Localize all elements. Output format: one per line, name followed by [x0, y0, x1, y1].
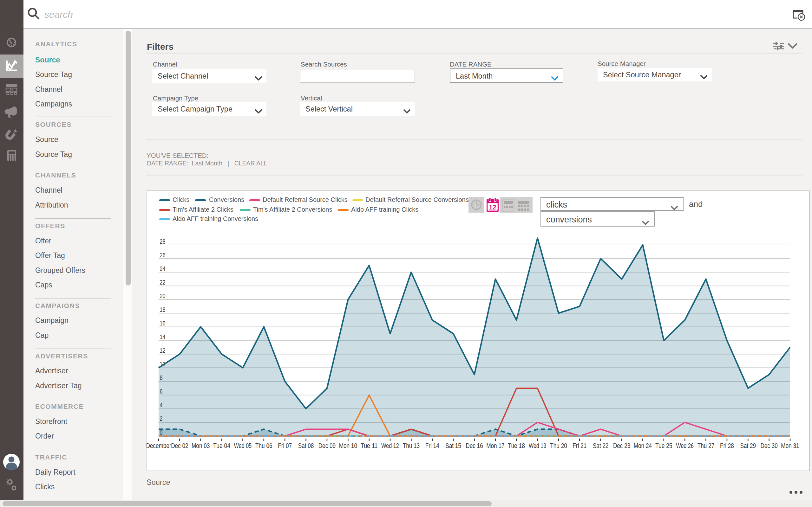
svg-text:Tue 18: Tue 18: [508, 442, 525, 450]
svg-text:Wed 19: Wed 19: [529, 442, 546, 450]
svg-text:Sat 22: Sat 22: [593, 442, 609, 450]
svg-text:16: 16: [160, 320, 165, 327]
svg-text:0: 0: [160, 429, 163, 436]
svg-text:Dec 30: Dec 30: [760, 442, 777, 450]
svg-text:Fri 07: Fri 07: [278, 442, 292, 450]
svg-text:Wed 12: Wed 12: [381, 442, 399, 450]
svg-text:Thu 06: Thu 06: [255, 442, 272, 450]
svg-text:Fri 14: Fri 14: [425, 442, 439, 450]
svg-text:Thu 20: Thu 20: [550, 442, 567, 450]
svg-text:Tue 04: Tue 04: [213, 442, 230, 450]
svg-text:December: December: [147, 442, 171, 450]
svg-text:Fri 21: Fri 21: [572, 442, 587, 450]
svg-text:Sat 29: Sat 29: [740, 442, 756, 450]
svg-text:12: 12: [160, 347, 165, 354]
svg-text:Tue 11: Tue 11: [361, 442, 378, 450]
svg-text:18: 18: [160, 306, 165, 313]
svg-text:Dec 02: Dec 02: [171, 442, 188, 450]
svg-text:26: 26: [160, 251, 165, 259]
svg-text:Dec 23: Dec 23: [613, 442, 630, 450]
svg-text:Wed 26: Wed 26: [676, 442, 694, 450]
svg-text:Fri 28: Fri 28: [720, 442, 734, 450]
svg-text:24: 24: [160, 265, 165, 272]
svg-text:Tue 25: Tue 25: [655, 442, 672, 450]
svg-text:Wed 05: Wed 05: [234, 442, 252, 450]
svg-text:14: 14: [160, 333, 165, 340]
svg-text:Mon 31: Mon 31: [781, 442, 799, 450]
svg-text:Sat 08: Sat 08: [298, 442, 314, 450]
svg-text:Mon 17: Mon 17: [486, 442, 504, 450]
svg-text:2: 2: [160, 415, 163, 422]
svg-text:Dec 16: Dec 16: [466, 442, 483, 450]
svg-text:6: 6: [160, 388, 163, 395]
svg-text:22: 22: [160, 279, 165, 286]
svg-text:20: 20: [160, 292, 165, 299]
svg-text:Sat 15: Sat 15: [445, 442, 461, 450]
svg-text:4: 4: [160, 401, 163, 408]
svg-text:Mon 10: Mon 10: [339, 442, 357, 450]
svg-text:8: 8: [160, 374, 163, 381]
svg-text:Mon 03: Mon 03: [192, 442, 210, 450]
svg-text:Dec 09: Dec 09: [318, 442, 336, 450]
svg-text:12: 12: [489, 204, 496, 211]
svg-text:10: 10: [160, 360, 165, 368]
svg-text:Thu 27: Thu 27: [698, 442, 715, 450]
svg-text:28: 28: [160, 238, 165, 245]
svg-text:Thu 13: Thu 13: [403, 442, 420, 450]
svg-text:Mon 24: Mon 24: [634, 442, 652, 450]
